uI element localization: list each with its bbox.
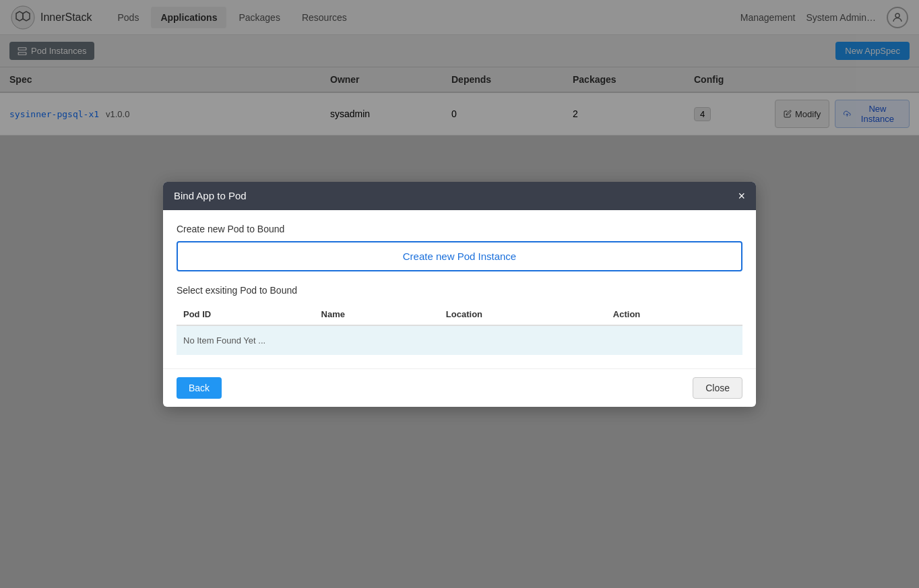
modal-overlay: Bind App to Pod × Create new Pod to Boun… [0, 0, 919, 135]
